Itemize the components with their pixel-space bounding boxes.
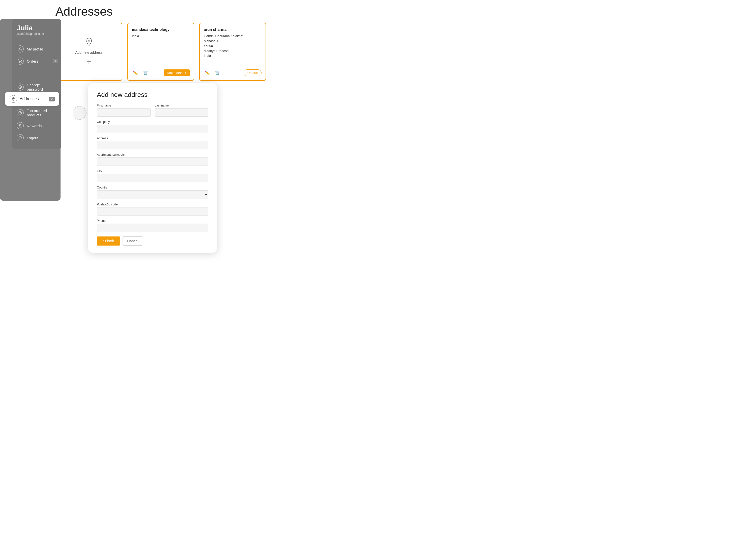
phone-input[interactable] xyxy=(97,224,208,232)
addresses-active-label: Addresses xyxy=(20,97,49,101)
add-new-location-icon xyxy=(85,37,94,49)
country-label: Country xyxy=(97,186,208,189)
city-label: City xyxy=(97,169,208,173)
page-title: Addresses xyxy=(56,4,189,21)
svg-marker-10 xyxy=(76,138,81,141)
postal-label: Postal/Zip code xyxy=(97,203,208,206)
submit-button[interactable]: Submit xyxy=(97,237,120,246)
sidebar-logout-label: Logout xyxy=(27,136,38,140)
sidebar-rewards-label: Rewards xyxy=(27,124,42,128)
form-group-first-name: First name xyxy=(97,104,151,117)
address-label: Address xyxy=(97,136,208,140)
address-card-2-zip: 458001 xyxy=(204,44,215,48)
form-group-country: Country --- India United States United K… xyxy=(97,186,208,199)
form-title: Add new address xyxy=(97,91,208,99)
country-select[interactable]: --- India United States United Kingdom xyxy=(97,190,208,199)
svg-point-9 xyxy=(88,40,90,41)
delete-address-2-button[interactable]: 🗑️ xyxy=(214,69,221,76)
address-card-1-content: mandasa technology India xyxy=(132,27,190,63)
apartment-input[interactable] xyxy=(97,157,208,166)
address-card-2: arun sharma Gandhi Chouraha Kalakhet Man… xyxy=(199,23,266,81)
orders-icon xyxy=(17,58,24,65)
addresses-active-badge: 2 xyxy=(49,97,55,101)
edit-address-2-button[interactable]: ✏️ xyxy=(204,69,211,76)
svg-point-1 xyxy=(20,62,20,63)
form-actions: Submit Cancel xyxy=(97,237,208,246)
city-input[interactable] xyxy=(97,174,208,182)
add-address-form: Add new address First name Last name Com… xyxy=(88,83,217,253)
form-group-address: Address xyxy=(97,136,208,149)
address-card-2-content: arun sharma Gandhi Chouraha Kalakhet Man… xyxy=(204,27,262,63)
last-name-label: Last name xyxy=(155,104,208,107)
form-group-postal: Postal/Zip code xyxy=(97,203,208,216)
sidebar-item-addresses-active[interactable]: Addresses 2 xyxy=(5,92,59,106)
company-input[interactable] xyxy=(97,125,208,133)
top-ordered-icon xyxy=(17,109,24,116)
add-new-plus-icon: + xyxy=(87,57,91,66)
postal-input[interactable] xyxy=(97,207,208,216)
address-card-2-name: arun sharma xyxy=(204,27,262,32)
sidebar-orders-label: Orders xyxy=(27,59,38,63)
address-card-2-address: Gandhi Chouraha Kalakhet Mandsaur 458001… xyxy=(204,34,262,58)
sidebar-change-password-label: Change password xyxy=(27,83,57,91)
sidebar-item-rewards[interactable]: Rewards xyxy=(12,120,61,132)
orders-badge: 1 xyxy=(53,59,58,63)
avatar-circle-2 xyxy=(73,106,87,120)
sidebar-item-change-password[interactable]: Change password xyxy=(12,80,61,94)
form-group-apartment: Apartment, suite, etc. xyxy=(97,153,208,166)
edit-address-1-button[interactable]: ✏️ xyxy=(132,69,139,76)
svg-point-5 xyxy=(20,124,21,126)
user-name: Julia xyxy=(17,24,57,32)
svg-point-0 xyxy=(20,48,21,49)
company-label: Company xyxy=(97,120,208,124)
change-password-icon xyxy=(17,84,24,91)
sidebar-item-logout[interactable]: Logout xyxy=(12,132,61,144)
form-row-name: First name Last name xyxy=(97,104,208,117)
form-group-phone: Phone xyxy=(97,219,208,232)
form-group-company: Company xyxy=(97,120,208,133)
add-new-address-card[interactable]: Add new address + xyxy=(56,23,122,81)
rewards-icon xyxy=(17,122,24,129)
addresses-icon xyxy=(9,95,17,103)
svg-point-2 xyxy=(21,62,22,63)
address-card-2-state: Madhya Pradesh xyxy=(204,49,228,53)
delete-address-1-button[interactable]: 🗑️ xyxy=(142,69,149,76)
first-name-label: First name xyxy=(97,104,151,107)
address-card-2-actions: ✏️ 🗑️ Default xyxy=(204,67,262,76)
svg-point-8 xyxy=(13,98,13,99)
sidebar-addresses-placeholder xyxy=(12,67,61,80)
sidebar-item-profile[interactable]: My profile xyxy=(12,43,61,55)
sidebar-item-orders[interactable]: Orders 1 xyxy=(12,55,61,67)
first-name-input[interactable] xyxy=(97,108,151,117)
apartment-label: Apartment, suite, etc. xyxy=(97,153,208,156)
sidebar-profile-label: My profile xyxy=(27,47,43,51)
sidebar-item-top-ordered[interactable]: Top ordered products xyxy=(12,106,61,120)
cancel-button[interactable]: Cancel xyxy=(123,237,143,246)
logout-icon xyxy=(17,134,24,141)
address-card-1-country: India xyxy=(132,34,190,39)
sidebar-user: Julia julia808@gmail.com xyxy=(12,24,61,40)
address-card-2-line1: Gandhi Chouraha Kalakhet xyxy=(204,34,244,38)
last-name-input[interactable] xyxy=(155,108,208,117)
address-cards-area: Add new address + mandasa technology Ind… xyxy=(56,23,266,81)
address-card-1-actions: ✏️ 🗑️ Make default xyxy=(132,67,190,76)
address-card-1: mandasa technology India ✏️ 🗑️ Make defa… xyxy=(127,23,194,81)
sidebar: Julia julia808@gmail.com My profile Orde… xyxy=(12,19,61,149)
address-card-2-country: India xyxy=(204,54,211,58)
add-new-label: Add new address xyxy=(75,51,102,55)
user-email: julia808@gmail.com xyxy=(17,32,57,36)
profile-icon xyxy=(17,45,24,53)
sidebar-top-ordered-label: Top ordered products xyxy=(27,108,57,117)
address-input[interactable] xyxy=(97,141,208,149)
default-button-2[interactable]: Default xyxy=(244,69,262,76)
form-group-city: City xyxy=(97,169,208,182)
form-group-last-name: Last name xyxy=(155,104,208,117)
make-default-button-1[interactable]: Make default xyxy=(164,69,190,76)
address-card-1-name: mandasa technology xyxy=(132,27,190,32)
address-card-2-line2: Mandsaur xyxy=(204,39,218,43)
phone-label: Phone xyxy=(97,219,208,223)
